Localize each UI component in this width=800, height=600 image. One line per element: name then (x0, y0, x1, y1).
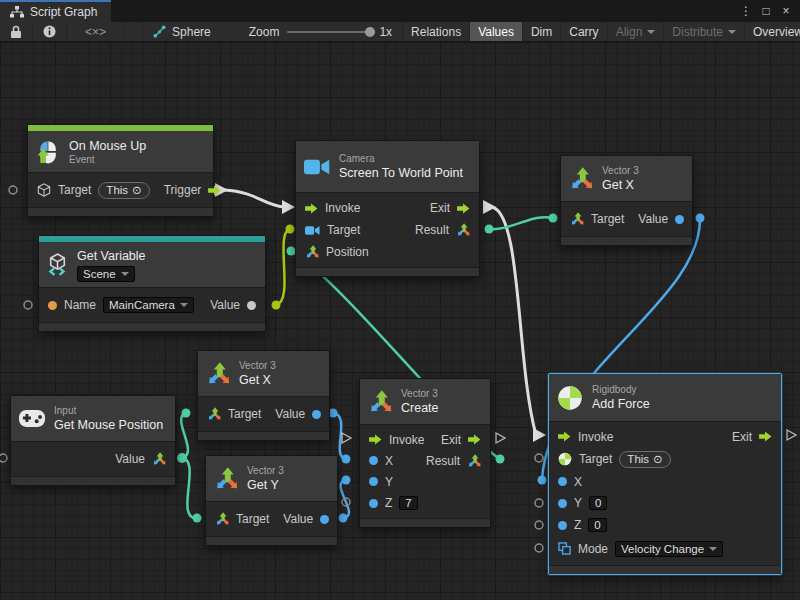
node-footer (28, 207, 213, 216)
lock-button[interactable] (0, 22, 33, 41)
vector3-icon (368, 390, 392, 414)
invoke-port-label: Invoke (578, 430, 613, 444)
name-port[interactable] (48, 301, 57, 310)
value-port[interactable] (312, 410, 321, 419)
node-subtitle: Event (69, 154, 146, 166)
name-port-label: Name (64, 298, 96, 312)
graph-canvas[interactable]: On Mouse Up Event Target This⊙ Trigger (0, 42, 800, 600)
vector3-icon[interactable] (456, 223, 470, 237)
distribute-dropdown[interactable]: Distribute (664, 22, 745, 41)
node-footer (39, 322, 265, 331)
node-title: On Mouse Up (69, 138, 146, 154)
value-port[interactable] (675, 215, 684, 224)
enum-icon[interactable] (558, 542, 571, 555)
z-port[interactable] (558, 521, 567, 530)
flow-arrow-icon[interactable] (305, 203, 318, 214)
value-port[interactable] (320, 515, 329, 524)
vector3-icon[interactable] (467, 454, 481, 468)
node-header: Vector 3 Get X (198, 351, 329, 397)
z-value-field[interactable]: 0 (588, 518, 606, 532)
zoom-slider-handle[interactable] (365, 27, 375, 37)
node-get-mouse-position[interactable]: Input Get Mouse Position Value (10, 395, 176, 486)
flow-arrow-icon[interactable] (369, 434, 382, 445)
vector3-icon[interactable] (207, 407, 221, 421)
y-port-label: Y (574, 496, 582, 510)
carry-button[interactable]: Carry (561, 22, 607, 41)
node-category: Input (54, 405, 163, 417)
flow-arrow-icon[interactable] (208, 185, 221, 196)
target-value-chip[interactable]: This⊙ (619, 451, 670, 468)
menu-icon[interactable]: ⋮ (738, 4, 754, 18)
window-controls: ⋮ □ × (738, 0, 800, 22)
node-get-variable[interactable]: Get Variable Scene Name MainCamera Value (38, 235, 266, 332)
node-get-y[interactable]: Vector 3 Get Y Target Value (205, 455, 338, 546)
camera-icon[interactable] (305, 225, 320, 236)
variable-scope-dropdown[interactable]: Scene (77, 266, 135, 282)
node-get-x-right[interactable]: Vector 3 Get X Target Value (560, 155, 693, 246)
node-footer (206, 536, 337, 545)
exit-port-label: Exit (430, 201, 450, 215)
chevron-down-icon (728, 30, 736, 34)
node-screen-to-world-point[interactable]: Camera Screen To World Point Invoke Exit… (295, 140, 480, 277)
x-port[interactable] (369, 456, 378, 465)
mode-dropdown[interactable]: Velocity Change (615, 541, 723, 557)
node-title: Add Force (592, 396, 650, 412)
node-footer (360, 518, 490, 527)
flow-arrow-icon[interactable] (457, 203, 470, 214)
zoom-slider[interactable] (287, 31, 371, 33)
target-port-label: Target (236, 512, 269, 526)
value-port-label: Value (210, 298, 240, 312)
lock-icon (10, 25, 22, 39)
gamepad-icon (19, 410, 45, 427)
x-port[interactable] (558, 477, 567, 486)
y-port[interactable] (369, 477, 378, 486)
flow-arrow-icon[interactable] (759, 431, 772, 442)
flow-arrow-icon[interactable] (558, 431, 571, 442)
relations-button[interactable]: Relations (403, 22, 470, 41)
tab-script-graph[interactable]: Script Graph (0, 0, 111, 22)
node-category: Vector 3 (401, 388, 439, 400)
mouse-icon (36, 140, 60, 164)
port-row: Target Value (198, 401, 329, 427)
edit-script-button[interactable]: <×> (67, 22, 125, 41)
node-on-mouse-up[interactable]: On Mouse Up Event Target This⊙ Trigger (27, 124, 214, 217)
variable-name-dropdown[interactable]: MainCamera (103, 297, 194, 313)
chevron-down-icon (121, 272, 129, 276)
invoke-port-label: Invoke (389, 433, 424, 447)
port-row: Z 0 (549, 514, 781, 536)
node-title: Get X (602, 177, 639, 193)
vector3-icon[interactable] (215, 512, 229, 526)
rigidbody-icon[interactable] (558, 452, 572, 466)
node-footer (561, 236, 692, 245)
chevron-down-icon (647, 30, 655, 34)
target-port-label: Target (58, 183, 91, 197)
node-vector3-create[interactable]: Vector 3 Create Invoke Exit X Result (359, 378, 491, 528)
close-icon[interactable]: × (778, 4, 794, 18)
values-button[interactable]: Values (470, 22, 523, 41)
overview-button[interactable]: Overview (745, 22, 800, 41)
zoom-control: Zoom 1x (239, 22, 403, 41)
node-get-x[interactable]: Vector 3 Get X Target Value (197, 350, 330, 441)
inspect-button[interactable] (33, 22, 67, 41)
y-port[interactable] (558, 499, 567, 508)
dim-button[interactable]: Dim (523, 22, 561, 41)
vector3-icon[interactable] (570, 212, 584, 226)
align-dropdown[interactable]: Align (608, 22, 665, 41)
graph-breadcrumb[interactable]: Sphere (143, 22, 221, 41)
vector3-icon[interactable] (305, 245, 319, 259)
z-port[interactable] (369, 499, 378, 508)
target-value-chip[interactable]: This⊙ (98, 182, 149, 199)
vector3-icon[interactable] (152, 452, 166, 466)
maximize-icon[interactable]: □ (758, 4, 774, 18)
port-row: X Result (360, 450, 490, 471)
port-row: Mode Velocity Change (549, 536, 781, 561)
value-port-label: Value (638, 212, 668, 226)
node-header: Input Get Mouse Position (11, 396, 175, 442)
port-row: Z 7 (360, 492, 490, 514)
node-add-force[interactable]: Rigidbody Add Force Invoke Exit Target T… (548, 373, 782, 575)
y-value-field[interactable]: 0 (589, 496, 607, 510)
z-value-field[interactable]: 7 (399, 496, 417, 510)
value-port[interactable] (247, 301, 256, 310)
port-row: Target Value (206, 506, 337, 532)
flow-arrow-icon[interactable] (468, 434, 481, 445)
